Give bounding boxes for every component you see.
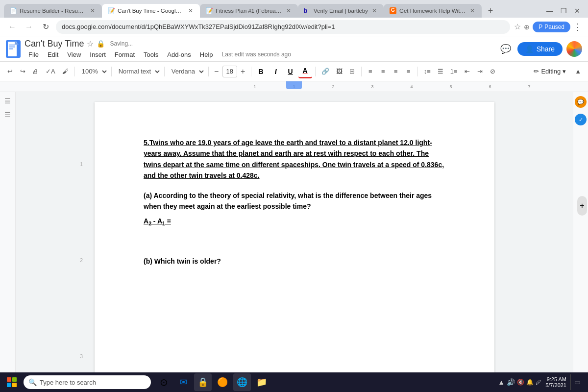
expand-button[interactable]: ▲ [572,65,584,78]
paused-button[interactable]: P Paused [533,22,570,32]
editing-mode-button[interactable]: ✏ Editing ▾ [529,66,571,77]
menu-edit[interactable]: Edit [44,50,62,59]
underline-button[interactable]: U [284,65,297,78]
notification-icon[interactable]: 🔔 [526,379,534,386]
line-spacing-button[interactable]: ↕≡ [421,65,434,78]
menu-format[interactable]: Format [111,50,139,59]
paragraph-style-select[interactable]: Normal text [115,65,161,78]
align-justify-button[interactable]: ≡ [403,65,415,78]
tab-bartleby[interactable]: b Verify Email | bartleby ✕ [298,4,384,18]
spell-check-button[interactable]: ✓A [43,65,58,78]
refresh-button[interactable]: ↻ [39,21,52,33]
tab-close-fitness[interactable]: ✕ [285,6,292,15]
comments-panel-icon[interactable]: 💬 [575,96,587,108]
user-avatar[interactable] [566,41,582,57]
bookmark-icon[interactable]: ☆ [514,22,521,31]
font-size-input[interactable] [222,66,237,77]
increase-indent-button[interactable]: ⇥ [474,65,486,78]
close-window-button[interactable]: ✕ [572,6,582,16]
pen-icon[interactable]: 🖊 [536,379,541,386]
document-canvas[interactable]: 1 2 3 4 5 5.Twins who are 19.0 years of … [16,92,573,372]
comment-button[interactable]: 💬 [498,41,514,57]
tab-favicon-resume: 📄 [10,7,17,14]
zoom-select[interactable]: 100% [78,65,108,78]
taskbar-app-chrome[interactable]: 🌐 [233,373,251,391]
italic-button[interactable]: I [269,65,283,78]
share-button[interactable]: 👤 Share [517,42,563,56]
taskbar-app-icons: ⊙ ✉ 🔒 🟠 🌐 📁 [155,373,270,391]
link-button[interactable]: 🔗 [318,65,332,78]
show-desktop-button[interactable]: ▭ [570,374,584,390]
menu-insert[interactable]: Insert [86,50,110,59]
outline-icon[interactable]: ☰ [3,110,13,120]
suggestions-icon[interactable]: ✓ [575,114,587,125]
menu-addons[interactable]: Add-ons [163,50,195,59]
browser-menu-button[interactable]: ⋮ [573,22,582,32]
menu-view[interactable]: View [63,50,85,59]
insert-table-button[interactable]: ⊞ [346,65,358,78]
menu-file[interactable]: File [24,50,43,59]
ordered-list-button[interactable]: 1≡ [447,65,461,78]
back-button[interactable]: ← [6,21,19,33]
paint-format-button[interactable]: 🖌 [59,65,72,78]
font-size-decrease[interactable]: − [212,65,221,78]
taskbar-app-lock[interactable]: 🔒 [194,373,212,391]
extension-icon[interactable]: ⊕ [524,23,530,31]
share-icon: 👤 [525,45,534,53]
decrease-indent-button[interactable]: ⇤ [462,65,473,78]
maximize-button[interactable]: ❐ [559,6,568,16]
docs-document-title[interactable]: Can't Buy Time [24,39,84,49]
add-sidebar-button[interactable]: + [577,196,587,216]
svg-rect-3 [9,47,15,48]
tab-gdoc[interactable]: 📝 Can't Buy Time - Google Doc ✕ [102,4,200,18]
align-center-button[interactable]: ≡ [377,65,389,78]
speaker-mute-icon[interactable]: 🔇 [517,379,524,386]
google-docs-app: Can't Buy Time ☆ 🔒 Saving... File Edit V… [0,36,588,372]
docs-star-icon[interactable]: ☆ [87,39,94,49]
tab-title-fitness: Fitness Plan #1 (February. 21... [216,8,282,14]
tab-close-resume[interactable]: ✕ [89,6,96,15]
taskbar-search-box[interactable]: 🔍 Type here to search [24,375,151,389]
tab-close-gdoc[interactable]: ✕ [187,6,194,15]
browser-window-controls: — ❐ ✕ [545,6,588,18]
redo-button[interactable]: ↪ [17,65,28,78]
share-label: Share [537,45,555,53]
tab-title-gdoc: Can't Buy Time - Google Doc [118,8,184,14]
menu-help[interactable]: Help [196,50,217,59]
taskbar-app-office[interactable]: 🟠 [214,373,231,391]
browser-chrome: 📄 Resume Builder - Resume.io ✕ 📝 Can't B… [0,0,588,36]
font-size-increase[interactable]: + [238,65,248,78]
tab-close-bartleby[interactable]: ✕ [371,6,378,15]
taskbar-app-explorer[interactable]: 📁 [253,373,270,391]
taskbar-search-icon: 🔍 [28,378,37,386]
ruler-left-margin-handle[interactable] [286,81,302,89]
list-style-button[interactable]: ☰ [435,65,446,78]
undo-button[interactable]: ↩ [4,65,16,78]
taskbar-date-display: 5/7/2021 [545,382,566,388]
align-right-button[interactable]: ≡ [390,65,402,78]
font-select[interactable]: Verdana [168,65,205,78]
menu-tools[interactable]: Tools [140,50,162,59]
text-color-button[interactable]: A [298,65,312,78]
taskbar-app-cortana[interactable]: ⊙ [155,373,172,391]
forward-button[interactable]: → [23,21,35,33]
new-tab-button[interactable]: + [484,4,497,18]
docs-topbar-right: 💬 👤 Share [498,41,582,57]
taskbar-clock[interactable]: 9:25 AM 5/7/2021 [545,376,566,388]
volume-icon[interactable]: 🔊 [507,378,515,386]
network-icon[interactable]: ▲ [498,378,505,386]
print-button[interactable]: 🖨 [29,65,42,78]
clear-format-button[interactable]: ⊘ [487,65,499,78]
bold-button[interactable]: B [254,65,268,78]
minimize-button[interactable]: — [545,6,555,16]
tab-resume[interactable]: 📄 Resume Builder - Resume.io ✕ [4,4,102,18]
align-left-button[interactable]: ≡ [365,65,376,78]
taskbar-app-mail[interactable]: ✉ [174,373,192,391]
url-input[interactable] [56,20,510,34]
document-page[interactable]: 5.Twins who are 19.0 years of age leave … [95,102,494,372]
tab-close-homework[interactable]: ✕ [469,6,476,15]
tab-homework[interactable]: G Get Homework Help With Ch... ✕ [384,4,482,18]
start-button[interactable] [4,374,20,390]
tab-fitness[interactable]: 📝 Fitness Plan #1 (February. 21... ✕ [200,4,298,18]
insert-image-button[interactable]: 🖼 [333,65,345,78]
